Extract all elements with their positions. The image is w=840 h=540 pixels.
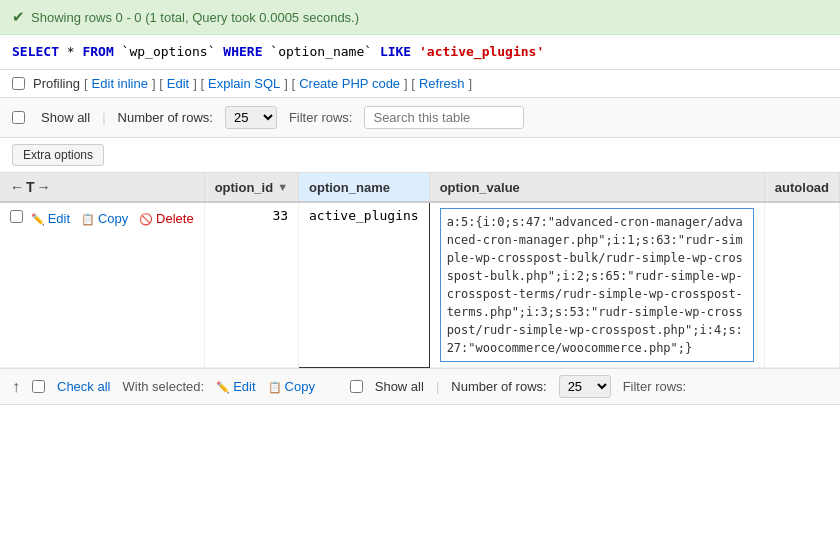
th-autoload-label: autoload xyxy=(775,180,829,195)
bottom-copy-icon xyxy=(268,379,282,394)
option-id-cell: 33 xyxy=(204,202,298,368)
profiling-bar: Profiling [ Edit inline ] [ Edit ] [ Exp… xyxy=(0,70,840,98)
edit-link[interactable]: Edit xyxy=(167,76,189,91)
bottom-edit-link[interactable]: Edit xyxy=(216,379,255,394)
profiling-label: Profiling xyxy=(33,76,80,91)
status-icon: ✔ xyxy=(12,8,25,26)
profiling-checkbox[interactable] xyxy=(12,77,25,90)
sort-option-id-icon: ▼ xyxy=(277,181,288,193)
edit-icon xyxy=(31,211,45,226)
delete-icon xyxy=(139,211,153,226)
delete-row-link[interactable]: Delete xyxy=(139,211,194,226)
th-option-value: option_value xyxy=(429,173,764,202)
th-option-id-label: option_id xyxy=(215,180,274,195)
num-rows-select[interactable]: 25 50 100 250 xyxy=(225,106,277,129)
check-all-link[interactable]: Check all xyxy=(57,379,110,394)
extra-options-bar: Extra options xyxy=(0,138,840,173)
sql-column: `option_name` xyxy=(270,44,380,59)
data-table: ← T → option_id ▼ option_name xyxy=(0,173,840,368)
row-checkbox[interactable] xyxy=(10,210,23,223)
th-option-name[interactable]: option_name xyxy=(299,173,430,202)
status-text: Showing rows 0 - 0 (1 total, Query took … xyxy=(31,10,359,25)
sql-query-bar: SELECT * FROM `wp_options` WHERE `option… xyxy=(0,35,840,70)
check-arrow-icon: ↑ xyxy=(12,378,20,396)
bottom-edit-icon xyxy=(216,379,230,394)
option-value-cell: a:5:{i:0;s:47:"advanced-cron-manager/adv… xyxy=(429,202,764,368)
with-selected-label: With selected: xyxy=(122,379,204,394)
bottom-copy-label: Copy xyxy=(285,379,315,394)
data-table-wrapper: ← T → option_id ▼ option_name xyxy=(0,173,840,368)
th-option-id[interactable]: option_id ▼ xyxy=(204,173,298,202)
edit-row-link[interactable]: Edit xyxy=(31,211,70,226)
row-actions-cell: Edit Copy Delete xyxy=(0,202,204,368)
bottom-show-all-label: Show all xyxy=(375,379,424,394)
bottom-checkbox[interactable] xyxy=(32,380,45,393)
show-all-label: Show all xyxy=(41,110,90,125)
bottom-num-rows-select[interactable]: 25 50 100 250 xyxy=(559,375,611,398)
show-all-checkbox[interactable] xyxy=(12,111,25,124)
status-bar: ✔ Showing rows 0 - 0 (1 total, Query too… xyxy=(0,0,840,35)
copy-row-link[interactable]: Copy xyxy=(81,211,128,226)
bottom-edit-label: Edit xyxy=(233,379,255,394)
edit-label: Edit xyxy=(48,211,70,226)
bottom-filter-label: Filter rows: xyxy=(623,379,687,394)
sql-from: FROM xyxy=(82,44,113,59)
sql-select: SELECT xyxy=(12,44,59,59)
th-option-value-label: option_value xyxy=(440,180,520,195)
bottom-copy-link[interactable]: Copy xyxy=(268,379,315,394)
arrow-left-icon: ← xyxy=(10,179,24,195)
num-rows-label: Number of rows: xyxy=(118,110,213,125)
autoload-cell xyxy=(764,202,839,368)
bottom-show-all-checkbox[interactable] xyxy=(350,380,363,393)
sort-icon: T xyxy=(26,179,35,195)
th-autoload: autoload xyxy=(764,173,839,202)
edit-inline-link[interactable]: Edit inline xyxy=(92,76,148,91)
table-row: Edit Copy Delete 33 active_plugins xyxy=(0,202,840,368)
sql-like: LIKE xyxy=(380,44,411,59)
delete-label: Delete xyxy=(156,211,194,226)
option-value-content: a:5:{i:0;s:47:"advanced-cron-manager/adv… xyxy=(440,208,754,362)
option-name-cell: active_plugins xyxy=(299,202,430,368)
copy-icon xyxy=(81,211,95,226)
arrow-right-icon: → xyxy=(37,179,51,195)
th-option-name-label: option_name xyxy=(309,180,390,195)
th-nav: ← T → xyxy=(0,173,204,202)
refresh-link[interactable]: Refresh xyxy=(419,76,465,91)
search-input[interactable] xyxy=(364,106,524,129)
table-header-row: ← T → option_id ▼ option_name xyxy=(0,173,840,202)
explain-sql-link[interactable]: Explain SQL xyxy=(208,76,280,91)
copy-label: Copy xyxy=(98,211,128,226)
sql-value: 'active_plugins' xyxy=(419,44,544,59)
extra-options-button[interactable]: Extra options xyxy=(12,144,104,166)
sql-star: * xyxy=(67,44,83,59)
sql-table: `wp_options` xyxy=(122,44,224,59)
bottom-row: ↑ Check all With selected: Edit Copy Sho… xyxy=(0,368,840,405)
bottom-num-rows-label: Number of rows: xyxy=(451,379,546,394)
toolbar-row: Show all | Number of rows: 25 50 100 250… xyxy=(0,98,840,138)
create-php-link[interactable]: Create PHP code xyxy=(299,76,400,91)
filter-label: Filter rows: xyxy=(289,110,353,125)
sql-where: WHERE xyxy=(223,44,262,59)
